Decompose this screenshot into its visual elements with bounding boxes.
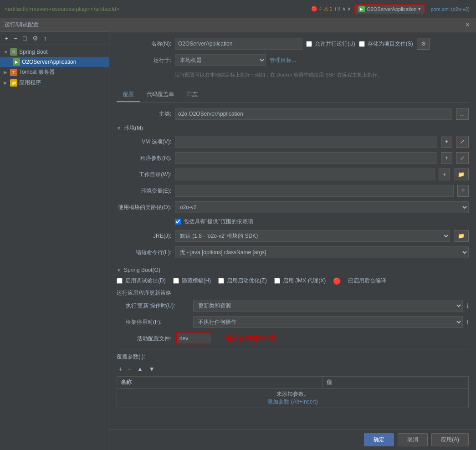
add-param-link[interactable]: 添加参数 (Alt+Insert) [267,399,317,405]
working-dir-input[interactable] [175,169,435,180]
vm-expand-btn[interactable]: + [441,136,452,148]
tree-arrow-collapsed-icon: ▶ [4,70,8,75]
backend-compile-label: 已启用后台编译 [348,277,386,285]
shortcut-select[interactable]: 无 - java [options] className [args] [175,246,469,258]
jre-label: JRE(J): [117,233,171,239]
cancel-button[interactable]: 取消 [398,433,428,446]
remove-param-btn[interactable]: − [126,364,133,373]
ok-button[interactable]: 确定 [364,433,394,446]
args-browse-btn[interactable]: ⤢ [456,152,469,164]
env-vars-row: 环境变量(E): ≡ [117,185,469,197]
settings-config-button[interactable]: ⚙ [31,34,40,43]
params-name-header: 名称 [117,377,323,389]
tomcat-icon: T [10,69,17,76]
active-profile-hint: 输入选择的环境 [224,334,275,343]
add-config-button[interactable]: + [3,34,10,43]
top-bar: <artifactId>maven-resources-plugin</arti… [0,0,476,18]
allow-parallel-checkbox[interactable] [306,41,312,47]
move-down-btn[interactable]: ▼ [147,364,157,373]
tab-logs[interactable]: 日志 [180,88,204,102]
tree-springboot-group[interactable]: ▼ S Spring Boot [0,47,109,57]
copy-config-button[interactable]: □ [21,34,28,43]
hide-banner-row[interactable]: 隐藏横幅(H) [173,277,211,285]
close-button[interactable]: × [464,21,471,29]
include-provided-checkbox-row[interactable]: 包括具有"提供"范围的依赖项 [175,218,253,225]
working-dir-row: 工作目录(W): + 📁 [117,169,469,180]
remove-config-button[interactable]: − [12,34,19,43]
main-class-browse-btn[interactable]: ... [456,108,469,120]
info-count: ℹ 3 [334,6,340,12]
app-group-label: 应用程序 [19,79,41,87]
classpath-row: 使用模块的类路径(O): o2o-v2 [117,201,469,213]
allow-parallel-label: 允许并行运行(U) [315,40,355,48]
allow-parallel-checkbox-row[interactable]: 允许并行运行(U) [306,40,355,48]
working-dir-label: 工作目录(W): [117,171,171,179]
jre-browse-btn[interactable]: 📁 [454,230,469,242]
working-dir-expand-btn[interactable]: + [439,169,450,180]
tab-coverage[interactable]: 代码覆盖率 [140,88,180,102]
params-table: 名称 值 未添加参数。 添加参数 (Alt+Insert) [117,376,469,408]
classpath-label: 使用模块的类路径(O): [117,204,171,211]
spring-boot-section-label: Spring Boot(G) [124,267,160,273]
spring-boot-arrow-icon: ▼ [117,268,121,273]
include-provided-checkbox[interactable] [175,219,181,225]
frame-deactivate-label: 框架停用时(F): [117,318,189,326]
frame-deactivate-select[interactable]: 不执行任何操作 [193,316,463,328]
launch-opt-row[interactable]: 启用启动优化(Z) [218,277,266,285]
main-class-row: 主类: ... [117,108,469,120]
env-vars-input[interactable] [175,185,454,197]
manage-targets-link[interactable]: 管理目标... [270,56,296,64]
frame-info-icon: ℹ [466,319,469,326]
store-project-checkbox[interactable] [359,41,365,47]
name-input[interactable] [175,38,302,50]
vm-browse-btn[interactable]: ⤢ [456,136,469,148]
main-class-input[interactable] [175,108,452,120]
jmx-proxy-checkbox[interactable] [274,278,280,284]
jmx-proxy-label: 启用 JMX 代理(X) [283,277,326,285]
vm-options-input[interactable] [175,136,437,148]
update-action-select[interactable]: 更新类和资源 [193,300,463,312]
store-project-label: 存储为项目文件(S) [368,40,413,48]
add-param-btn[interactable]: + [117,364,124,373]
hide-banner-checkbox[interactable] [173,278,179,284]
jmx-proxy-row[interactable]: 启用 JMX 代理(X) [274,277,326,285]
apply-button[interactable]: 应用(A) [431,433,469,446]
run-debug-dialog: 运行/调试配置 + − □ ⚙ ↕ ▼ S Spring Boot ▶ O2OS… [0,18,476,450]
table-toolbar: + − ▲ ▼ [117,364,469,373]
tree-app-group[interactable]: ▶ 📁 应用程序 [0,77,109,88]
jre-select[interactable]: 默认 (1.8 - 'o2o-v2' 模块的 SDK) [175,230,450,242]
debug-output-checkbox[interactable] [117,278,123,284]
working-dir-browse-btn[interactable]: 📁 [454,169,469,180]
tree-o2o-app-item[interactable]: ▶ O2OServerApplication [0,57,109,67]
name-row: 名称(N): 允许并行运行(U) 存储为项目文件(S) ⚙ [117,38,469,50]
debug-output-row[interactable]: 启用调试输出(D) [117,277,166,285]
params-empty-text: 未添加参数。 [121,390,465,398]
env-section-label: 环境(M) [124,124,143,132]
classpath-select[interactable]: o2o-v2 [175,201,469,213]
tree-tomcat-group[interactable]: ▶ T Tomcat 服务器 [0,67,109,77]
run-on-select[interactable]: 本地机器 [175,54,266,66]
error-count: 🔴 4 [311,6,322,12]
sort-config-button[interactable]: ↕ [42,34,49,43]
env-vars-browse-btn[interactable]: ≡ [457,185,469,197]
launch-opt-checkbox[interactable] [218,278,224,284]
spring-boot-icon: S [10,48,17,56]
args-expand-btn[interactable]: + [441,152,452,164]
active-profile-input[interactable] [176,332,212,344]
warning-icon: 🔴 [333,277,341,285]
run-config-button[interactable]: ▶ O2OServerApplication ▾ [354,4,425,14]
warn-count: ⚠ 1 [324,6,333,12]
tab-config[interactable]: 配置 [117,88,140,102]
app-folder-icon: 📁 [10,79,17,87]
dialog-toolbar: + − □ ⚙ ↕ [0,32,109,45]
dialog-title: 运行/调试配置 [5,21,39,29]
pom-file-tab[interactable]: pom.xml (o2o-v2) [429,6,471,12]
form-body: 名称(N): 允许并行运行(U) 存储为项目文件(S) ⚙ 运行于: 本地机器 [109,32,476,429]
program-args-input[interactable] [175,152,437,164]
move-up-btn[interactable]: ▲ [135,364,145,373]
dialog-footer: 确定 取消 应用(A) [109,429,476,450]
store-settings-btn[interactable]: ⚙ [417,38,430,50]
store-project-checkbox-row[interactable]: 存储为项目文件(S) [359,40,413,48]
name-label: 名称(N): [117,40,171,48]
app-icon: ▶ [358,6,365,12]
